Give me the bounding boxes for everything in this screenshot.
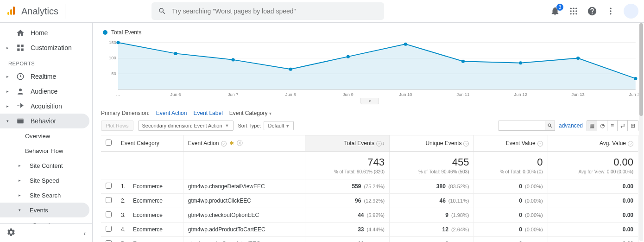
remove-dimension-icon[interactable]: ⓧ (237, 140, 243, 146)
nav-label: Home (31, 29, 48, 37)
line-chart[interactable]: 50100150…Jun 6Jun 7Jun 8Jun 9Jun 10Jun 1… (107, 38, 638, 98)
table-row[interactable]: 2. Ecommerce gtm4wp.productClickEEC 96(1… (101, 194, 638, 208)
help-icon[interactable]: ? (463, 141, 469, 146)
asterisk-icon: ✱ (229, 140, 234, 146)
nav-events-overview[interactable]: Overview (0, 217, 89, 223)
view-comparison-icon[interactable]: ⇄ (618, 121, 628, 131)
nav-label: Events (30, 207, 48, 214)
nav-label: Customization (31, 44, 72, 51)
notifications-icon[interactable]: 3 (549, 6, 561, 17)
cell-action: gtm4wp.productClickEEC (183, 194, 305, 208)
table-search-button[interactable] (545, 121, 555, 131)
chart-legend: Total Events (103, 29, 638, 36)
view-pivot-icon[interactable]: ⊞ (628, 121, 638, 131)
row-checkbox[interactable] (106, 211, 112, 217)
svg-point-33 (289, 68, 292, 71)
nav-customization[interactable]: ▸Customization (0, 40, 89, 55)
nav-label: Site Content (30, 162, 63, 169)
svg-point-5 (575, 8, 577, 9)
svg-point-9 (570, 13, 572, 14)
sort-type-dropdown[interactable]: Default ▼ (264, 121, 294, 130)
row-checkbox[interactable] (106, 226, 112, 232)
svg-text:Jun 9: Jun 9 (343, 92, 354, 97)
help-icon[interactable]: ? (537, 141, 543, 146)
row-checkbox[interactable] (106, 183, 112, 189)
admin-gear-icon[interactable] (6, 228, 16, 238)
notifications-badge: 3 (556, 4, 563, 11)
view-performance-icon[interactable]: ≡ (607, 121, 618, 131)
view-percentage-icon[interactable]: ◔ (597, 121, 607, 131)
scrollbar-thumb[interactable] (639, 23, 643, 116)
table-row[interactable]: 1. Ecommerce gtm4wp.changeDetailViewEEC … (101, 179, 638, 194)
nav-label: Behavior Flow (25, 147, 63, 154)
svg-text:150: 150 (109, 40, 116, 45)
secondary-dimension-dropdown[interactable]: Secondary dimension: Event Action▼ (138, 121, 234, 131)
nav-site-content[interactable]: ▸Site Content (0, 158, 89, 173)
legend-label: Total Events (111, 29, 141, 36)
collapse-sidebar-icon[interactable]: ‹ (83, 229, 86, 237)
help-icon[interactable]: ? (628, 141, 633, 146)
view-table-icon[interactable]: ▦ (587, 121, 597, 131)
advanced-link[interactable]: advanced (559, 122, 583, 129)
nav-label: Overview (25, 133, 50, 140)
dim-event-label[interactable]: Event Label (193, 110, 222, 116)
table-row[interactable]: 4. Ecommerce gtm4wp.addProductToCartEEC … (101, 223, 638, 237)
app-header: Analytics 3 (0, 0, 644, 23)
nav-site-search[interactable]: ▸Site Search (0, 188, 89, 203)
nav-site-speed[interactable]: ▸Site Speed (0, 173, 89, 188)
svg-point-7 (573, 10, 574, 12)
col-unique-events[interactable]: Unique Events? (390, 135, 474, 152)
nav-realtime[interactable]: ▸Realtime (0, 69, 89, 84)
nav-behavior-overview[interactable]: Overview (0, 128, 89, 143)
svg-point-14 (610, 13, 611, 14)
table-row[interactable]: 3. Ecommerce gtm4wp.checkoutOptionEEC 44… (101, 208, 638, 223)
nav-behavior[interactable]: ▾Behavior (0, 114, 89, 128)
svg-point-6 (570, 10, 572, 12)
col-event-action[interactable]: Event Action?✱ⓧ (183, 135, 305, 152)
cell-category: Ecommerce (128, 194, 183, 208)
nav-audience[interactable]: ▸Audience (0, 84, 89, 99)
cell-category: Ecommerce (128, 223, 183, 237)
table-search (499, 121, 555, 131)
col-event-category[interactable]: Event Category (116, 135, 183, 152)
nav-events[interactable]: ▾Events (0, 203, 89, 217)
search-icon (158, 7, 166, 15)
svg-point-32 (231, 58, 234, 61)
table-row[interactable]: 5. Ecommerce gtm4wp.orderCompletedEEC 11… (101, 237, 638, 242)
help-icon[interactable]: ? (376, 141, 382, 146)
cell-action: gtm4wp.changeDetailViewEEC (183, 179, 305, 194)
svg-text:Jun 10: Jun 10 (399, 92, 412, 97)
sidebar-footer: ‹ (0, 223, 92, 242)
svg-rect-17 (17, 49, 19, 51)
svg-text:Jun 11: Jun 11 (456, 92, 469, 97)
dim-event-action[interactable]: Event Action (156, 110, 187, 116)
col-avg-value[interactable]: Avg. Value? (548, 135, 638, 152)
row-checkbox[interactable] (106, 197, 112, 203)
svg-rect-18 (21, 49, 24, 51)
nav-behavior-flow[interactable]: Behavior Flow (0, 143, 89, 158)
nav-home[interactable]: Home (0, 25, 89, 40)
select-all-checkbox[interactable] (106, 140, 112, 146)
nav-label: Site Speed (30, 177, 59, 184)
help-icon[interactable]: ? (221, 141, 227, 146)
logo[interactable]: Analytics (6, 4, 65, 19)
table-search-input[interactable] (499, 121, 545, 131)
col-event-value[interactable]: Event Value? (474, 135, 548, 152)
apps-icon[interactable] (568, 6, 579, 17)
dim-event-category[interactable]: Event Category (229, 110, 271, 116)
account-avatar[interactable] (624, 4, 638, 19)
help-icon[interactable] (587, 6, 598, 17)
svg-point-36 (461, 60, 465, 63)
plot-rows-button[interactable]: Plot Rows (101, 121, 133, 131)
nav-acquisition[interactable]: ▸Acquisition (0, 99, 89, 114)
row-checkbox[interactable] (106, 240, 112, 242)
chart-expand-handle[interactable]: ▾ (360, 98, 379, 104)
more-icon[interactable] (605, 6, 616, 17)
col-total-events[interactable]: Total Events?↓ (305, 135, 389, 152)
events-table: Event Category Event Action?✱ⓧ Total Eve… (101, 135, 638, 242)
search-input[interactable] (172, 7, 378, 15)
svg-text:Jun 12: Jun 12 (514, 92, 527, 97)
svg-point-20 (19, 89, 22, 91)
search-box[interactable] (152, 2, 384, 20)
nav-label: Behavior (31, 117, 56, 125)
